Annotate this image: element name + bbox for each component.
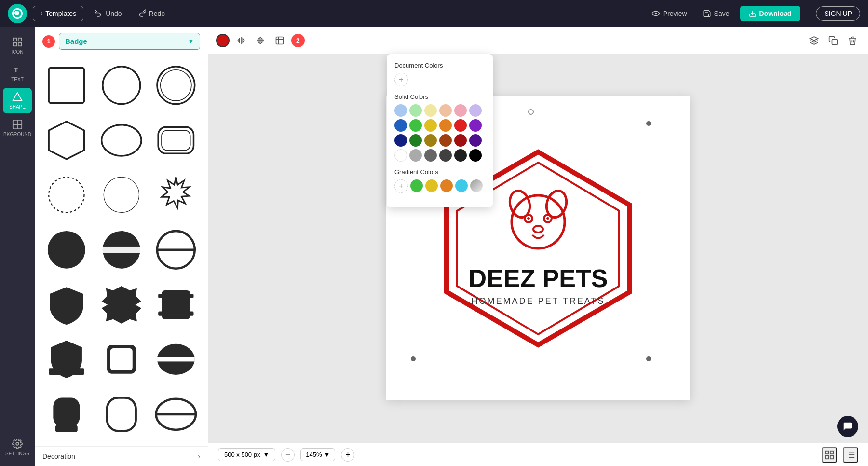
color-swatch-orange[interactable] — [439, 119, 452, 132]
flip-vertical-button[interactable] — [253, 33, 268, 48]
sidebar-item-text[interactable]: T TEXT — [3, 60, 32, 86]
svg-rect-3 — [14, 38, 16, 41]
color-swatch-darkorange[interactable] — [439, 134, 452, 147]
color-swatch-black[interactable] — [469, 149, 482, 162]
add-document-color-button[interactable]: + — [394, 73, 408, 86]
grid-view-button[interactable] — [822, 447, 837, 463]
shape-badge-complex[interactable] — [95, 279, 148, 331]
shape-badge-ornate[interactable] — [150, 279, 202, 331]
svg-marker-47 — [238, 38, 239, 42]
svg-rect-32 — [68, 369, 84, 375]
signup-button[interactable]: SIGN UP — [816, 6, 860, 21]
preview-button[interactable]: Preview — [647, 6, 692, 21]
color-swatch-darkpurple[interactable] — [469, 134, 482, 147]
sidebar-item-background[interactable]: BKGROUND — [3, 115, 32, 141]
save-button[interactable]: Save — [698, 6, 734, 21]
shape-oval[interactable] — [95, 114, 148, 166]
color-swatch-nearblack[interactable] — [454, 149, 467, 162]
main-text: DEEZ PETS — [469, 264, 608, 292]
color-swatch-lightpink[interactable] — [454, 104, 467, 117]
chat-button[interactable] — [837, 416, 858, 437]
shape-dark-oval[interactable] — [95, 388, 148, 440]
redo-button[interactable]: Redo — [133, 6, 170, 21]
shape-shield-dark[interactable] — [41, 279, 93, 331]
add-gradient-button[interactable]: + — [394, 179, 408, 193]
color-swatch-lightblue[interactable] — [394, 104, 407, 117]
gradient-swatch-cyan[interactable] — [455, 179, 468, 192]
decoration-footer[interactable]: Decoration › — [35, 446, 208, 466]
color-swatch-darkgray[interactable] — [439, 149, 452, 162]
color-swatch-green[interactable] — [409, 119, 422, 132]
sidebar-item-settings[interactable]: SETTINGS — [3, 435, 32, 460]
duplicate-button[interactable] — [826, 33, 841, 48]
download-button[interactable]: Download — [740, 6, 800, 21]
shape-hexagon-outline[interactable] — [41, 114, 93, 166]
svg-marker-8 — [13, 93, 22, 101]
gradient-swatch-gray[interactable] — [470, 179, 483, 192]
shape-circle-1[interactable] — [95, 59, 148, 111]
sidebar-item-bkground-label: BKGROUND — [3, 132, 31, 137]
svg-rect-63 — [830, 451, 833, 453]
shape-shield-ribbon[interactable] — [41, 333, 93, 385]
shape-badge-striped[interactable] — [150, 333, 202, 385]
editor-area: 2 Document Colors + Solid Colors — [208, 27, 868, 466]
color-swatch-lightyellow[interactable] — [424, 104, 437, 117]
dog-icon — [507, 189, 569, 248]
color-swatch-blue[interactable] — [394, 119, 407, 132]
color-swatch-lightpurple[interactable] — [469, 104, 482, 117]
color-swatch-lightorange[interactable] — [439, 104, 452, 117]
layers-button[interactable] — [806, 33, 822, 48]
svg-point-20 — [104, 178, 139, 213]
shape-black-circle[interactable] — [41, 224, 93, 276]
shape-circle-2[interactable] — [150, 59, 202, 111]
color-swatch-darkblue[interactable] — [394, 134, 407, 147]
sidebar-item-shape[interactable]: SHAPE — [3, 88, 32, 113]
shape-square[interactable] — [41, 59, 93, 111]
color-swatch-darkgold[interactable] — [424, 134, 437, 147]
sidebar-item-icon[interactable]: ICON — [3, 33, 32, 58]
shape-thin-circle[interactable] — [95, 169, 148, 221]
color-swatch-lightgray[interactable] — [409, 149, 422, 162]
align-button[interactable] — [843, 447, 858, 463]
gradient-swatch-orange[interactable] — [440, 179, 453, 192]
zoom-value[interactable]: 145% ▼ — [300, 448, 335, 461]
shape-circle-stripe[interactable] — [95, 224, 148, 276]
delete-button[interactable] — [845, 33, 860, 48]
arrange-button[interactable] — [272, 33, 287, 48]
color-swatch-red[interactable] — [454, 119, 467, 132]
color-swatch-white[interactable] — [394, 149, 407, 162]
svg-rect-11 — [49, 68, 84, 103]
undo-button[interactable]: Undo — [89, 6, 126, 21]
templates-button[interactable]: Templates — [33, 6, 83, 21]
shape-circle-divided[interactable] — [150, 224, 202, 276]
logo[interactable] — [8, 4, 27, 23]
badge-select[interactable]: Badge ▼ — [59, 33, 200, 50]
color-swatch-darkred[interactable] — [454, 134, 467, 147]
shape-dark-hex-small[interactable] — [150, 388, 202, 440]
zoom-in-button[interactable]: + — [341, 448, 354, 462]
zoom-out-button[interactable]: − — [281, 448, 295, 462]
flip-horizontal-button[interactable] — [233, 33, 249, 48]
toolbar-right — [806, 33, 860, 48]
svg-marker-50 — [258, 37, 262, 39]
shape-dark-small-shield[interactable] — [41, 388, 93, 440]
shape-badge-frame[interactable] — [95, 333, 148, 385]
color-swatch-purple[interactable] — [469, 119, 482, 132]
svg-rect-5 — [18, 43, 21, 46]
shape-rect-rounded-double[interactable] — [150, 114, 202, 166]
gradient-swatch-yellow[interactable] — [425, 179, 438, 192]
color-swatch-yellow[interactable] — [424, 119, 437, 132]
color-swatch-red[interactable] — [216, 34, 230, 47]
size-button[interactable]: 500 x 500 px ▼ — [218, 448, 275, 461]
color-swatch-lightgreen[interactable] — [409, 104, 422, 117]
shape-dotted-circle[interactable] — [41, 169, 93, 221]
svg-rect-36 — [157, 357, 195, 362]
svg-marker-48 — [243, 38, 244, 42]
shape-starburst[interactable] — [150, 169, 202, 221]
gradient-swatch-green[interactable] — [410, 179, 423, 192]
color-swatch-darkgreen[interactable] — [409, 134, 422, 147]
color-swatch-midgray[interactable] — [424, 149, 437, 162]
zoom-dropdown-icon: ▼ — [324, 451, 330, 458]
svg-text:T: T — [14, 66, 18, 74]
canvas-area: DEEZ PETS HOMEMADE PET TREATS — [208, 54, 868, 443]
